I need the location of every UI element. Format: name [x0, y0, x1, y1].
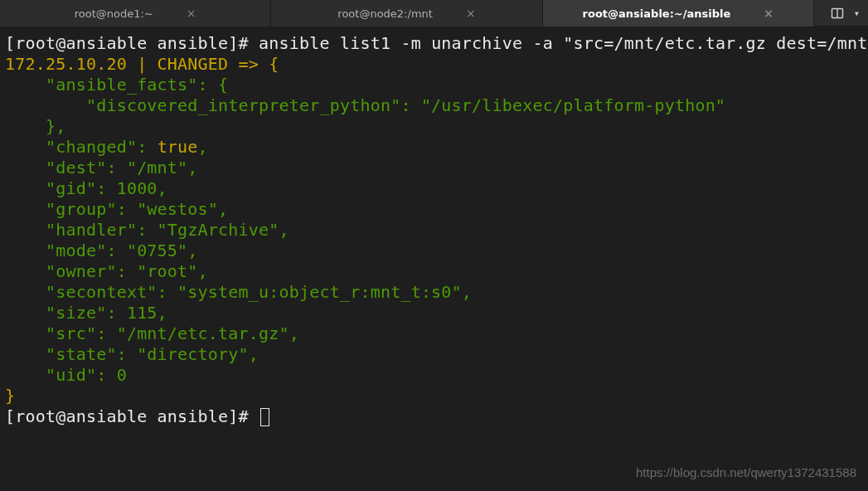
json-line: "handler": "TgzArchive", — [5, 220, 289, 240]
json-line: "owner": "root", — [5, 261, 208, 281]
close-icon[interactable]: × — [764, 7, 773, 20]
tab-node2[interactable]: root@node2:/mnt × — [271, 0, 542, 27]
json-line: "gid": 1000, — [5, 178, 167, 198]
split-icon[interactable] — [831, 7, 844, 20]
tab-label: root@ansiable:~/ansible — [583, 7, 731, 20]
json-line: "state": "directory", — [5, 344, 259, 364]
json-line: "discovered_interpreter_python": "/usr/l… — [5, 95, 725, 115]
json-line: "dest": "/mnt", — [5, 158, 198, 177]
json-line: "uid": 0 — [5, 365, 127, 385]
command-text: ansible list1 -m unarchive -a "src=/mnt/… — [259, 33, 868, 53]
watermark: https://blog.csdn.net/qwerty1372431588 — [636, 465, 856, 479]
close-icon[interactable]: × — [187, 7, 196, 20]
shell-prompt: [root@ansiable ansible]# — [5, 406, 259, 426]
tab-label: root@node1:~ — [75, 7, 153, 20]
tab-label: root@node2:/mnt — [337, 7, 433, 20]
json-line: "secontext": "system_u:object_r:mnt_t:s0… — [5, 282, 472, 302]
json-line: "group": "westos", — [5, 199, 228, 219]
tab-controls: ▾ — [814, 0, 868, 27]
tab-bar: root@node1:~ × root@node2:/mnt × root@an… — [0, 0, 868, 27]
tab-node1[interactable]: root@node1:~ × — [0, 0, 271, 27]
json-line: "ansible_facts": { — [5, 75, 228, 95]
terminal-output[interactable]: [root@ansiable ansible]# ansible list1 -… — [0, 27, 868, 434]
shell-prompt: [root@ansiable ansible]# — [5, 33, 259, 53]
cursor — [260, 408, 269, 426]
json-close: } — [5, 386, 15, 406]
result-header: 172.25.10.20 | CHANGED => { — [5, 54, 279, 74]
json-bool: true — [158, 137, 198, 157]
chevron-down-icon[interactable]: ▾ — [854, 7, 860, 19]
json-line: "changed": — [5, 137, 158, 157]
json-line: , — [198, 137, 208, 157]
json-line: }, — [5, 116, 65, 136]
close-icon[interactable]: × — [466, 7, 476, 20]
json-line: "size": 115, — [5, 303, 167, 323]
json-line: "src": "/mnt/etc.tar.gz", — [5, 323, 299, 343]
json-line: "mode": "0755", — [5, 241, 198, 260]
tab-ansible[interactable]: root@ansiable:~/ansible × — [543, 0, 814, 27]
